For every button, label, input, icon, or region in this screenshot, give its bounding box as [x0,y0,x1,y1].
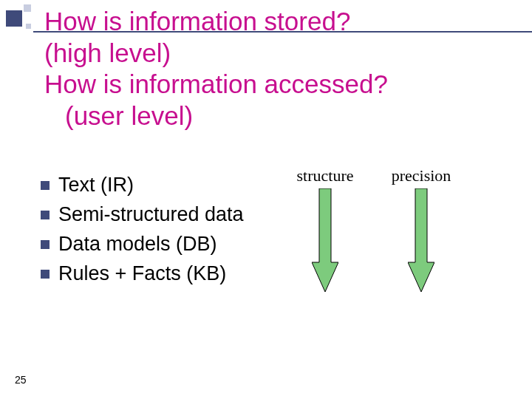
decor-square-large [6,10,22,27]
bullet-text: Data models (DB) [58,233,217,256]
title-line-4: (user level) [44,100,510,132]
svg-marker-1 [408,188,434,292]
decor-square-tiny [26,24,31,29]
slide-title: How is information stored? (high level) … [44,6,510,132]
precision-arrow-group: precision [377,166,466,292]
bullet-text: Rules + Facts (KB) [58,262,226,285]
title-line-3: How is information accessed? [44,69,510,100]
down-arrow-icon [312,188,338,292]
decor-square-small [24,4,31,12]
precision-label: precision [392,166,451,185]
page-number: 25 [15,374,27,386]
structure-label: structure [297,166,354,185]
structure-arrow-group: structure [281,166,369,292]
bullet-icon [41,270,50,279]
bullet-text: Text (IR) [58,174,134,197]
bullet-icon [41,181,50,190]
title-line-2: (high level) [44,38,510,69]
bullet-icon [41,211,50,219]
down-arrow-icon [408,188,434,292]
bullet-icon [41,240,50,249]
title-line-1: How is information stored? [44,6,510,38]
svg-marker-0 [312,188,338,292]
bullet-text: Semi-structured data [58,203,244,226]
